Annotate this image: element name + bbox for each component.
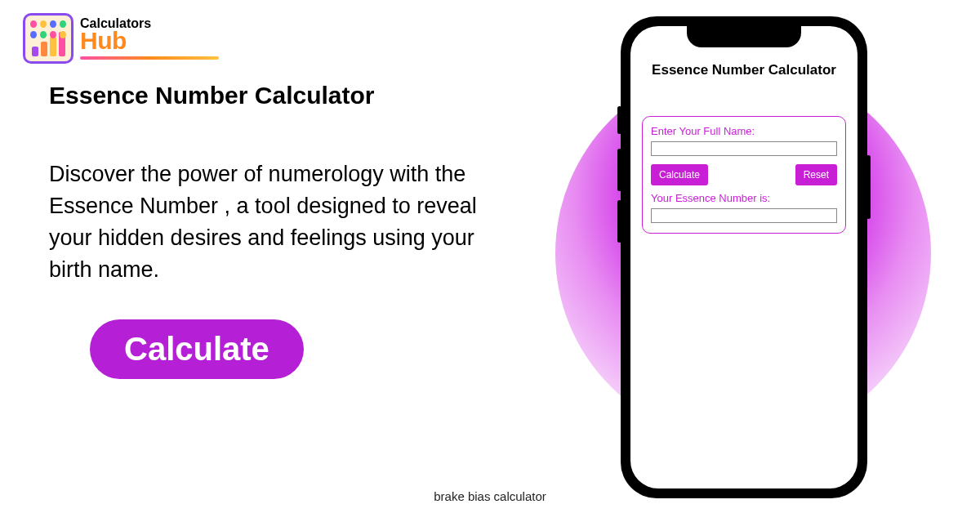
phone-side-button: [617, 149, 621, 191]
calculator-card: Enter Your Full Name: Calculate Reset Yo…: [642, 116, 846, 234]
phone-side-button: [617, 106, 621, 134]
logo-line2: Hub: [80, 29, 219, 53]
content-block: Essence Number Calculator Discover the p…: [49, 82, 506, 379]
result-label: Your Essence Number is:: [651, 192, 837, 204]
phone-mockup: Essence Number Calculator Enter Your Ful…: [621, 16, 867, 498]
logo-underline: [80, 56, 219, 60]
phone-side-button: [866, 155, 871, 219]
name-label: Enter Your Full Name:: [651, 125, 837, 137]
app-title: Essence Number Calculator: [630, 62, 858, 78]
mini-calculate-button[interactable]: Calculate: [651, 164, 708, 185]
phone-side-button: [617, 200, 621, 243]
logo-text: Calculators Hub: [80, 17, 219, 60]
hero-illustration: Essence Number Calculator Enter Your Ful…: [539, 16, 947, 490]
result-output: [651, 208, 837, 223]
page-description: Discover the power of numerology with th…: [49, 158, 506, 287]
page-title: Essence Number Calculator: [49, 82, 506, 109]
phone-screen: Essence Number Calculator Enter Your Ful…: [630, 26, 858, 488]
mini-reset-button[interactable]: Reset: [795, 164, 837, 185]
calculate-button[interactable]: Calculate: [90, 319, 304, 379]
logo-icon: [23, 13, 74, 64]
name-input[interactable]: [651, 141, 837, 156]
logo: Calculators Hub: [23, 13, 219, 64]
phone-notch: [687, 26, 801, 47]
